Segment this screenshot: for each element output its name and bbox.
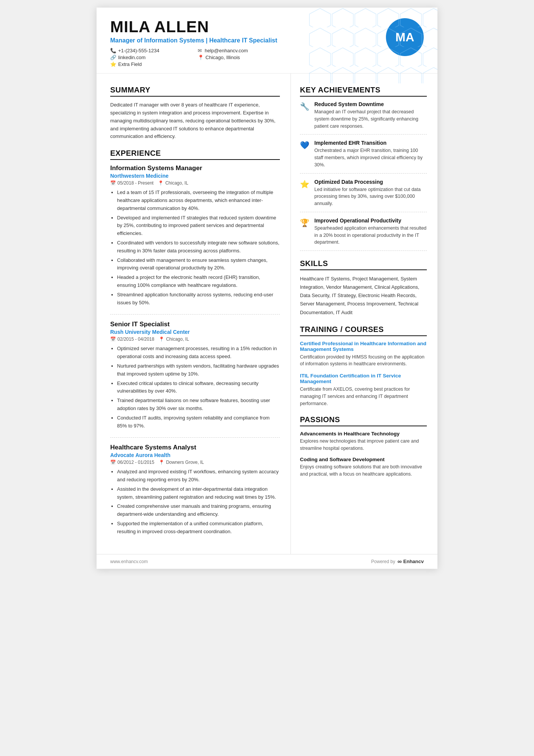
summary-text: Dedicated IT manager with over 8 years o…	[110, 101, 280, 141]
bullet-2-0: Analyzed and improved existing IT workfl…	[117, 468, 280, 484]
training-item-1: ITIL Foundation Certification in IT Serv…	[300, 373, 427, 407]
header: MILA ALLEN Manager of Information System…	[97, 8, 437, 74]
location-icon: 📍	[198, 55, 204, 60]
achievement-2: ⭐ Optimized Data Processing Led initiati…	[300, 179, 427, 212]
pin-icon-0: 📍	[158, 180, 164, 186]
calendar-icon-1: 📅	[110, 337, 116, 342]
achievement-icon-3: 🏆	[300, 218, 311, 227]
resume-wrapper: MILA ALLEN Manager of Information System…	[97, 8, 437, 569]
bullet-1-3: Trained departmental liaisons on new sof…	[117, 397, 280, 413]
footer: www.enhancv.com Powered by ∞ Enhancv	[97, 554, 437, 569]
footer-right: Powered by ∞ Enhancv	[371, 558, 424, 565]
achievement-desc-0: Managed an IT overhaul project that decr…	[314, 108, 427, 130]
job-location-0: 📍 Chicago, IL	[158, 180, 188, 186]
contact-phone: 📞 +1-(234)-555-1234	[110, 48, 190, 53]
training-title-1: ITIL Foundation Certification in IT Serv…	[300, 373, 427, 384]
skills-section-title: SKILLS	[300, 259, 427, 270]
candidate-name: MILA ALLEN	[110, 18, 277, 36]
enhancv-icon: ∞	[397, 558, 401, 565]
achievement-content-2: Optimized Data Processing Led initiative…	[314, 179, 427, 207]
bullet-0-2: Coordinated with vendors to successfully…	[117, 239, 280, 255]
achievement-content-3: Improved Operational Productivity Spearh…	[314, 218, 427, 246]
enhancv-logo: ∞ Enhancv	[397, 558, 424, 565]
job-title-2: Healthcare Systems Analyst	[110, 444, 280, 451]
achievement-icon-1: 💙	[300, 141, 311, 150]
bullet-1-4: Conducted IT audits, improving system re…	[117, 414, 280, 430]
bullet-0-5: Streamlined application functionality ac…	[117, 291, 280, 307]
achievement-desc-2: Led initiative for software optimization…	[314, 186, 427, 207]
calendar-icon-2: 📅	[110, 460, 116, 465]
passion-desc-1: Enjoys creating software solutions that …	[300, 463, 427, 478]
powered-by-label: Powered by	[371, 559, 395, 564]
bullet-0-0: Led a team of 15 IT professionals, overs…	[117, 189, 280, 212]
email-icon: ✉	[198, 48, 203, 53]
achievement-icon-0: 🔧	[300, 102, 311, 111]
training-desc-0: Certification provided by HIMSS focusing…	[300, 354, 427, 368]
job-date-0: 📅 05/2018 - Present	[110, 180, 153, 186]
job-meta-1: 📅 02/2015 - 04/2018 📍 Chicago, IL	[110, 337, 280, 342]
avatar: MA	[386, 18, 424, 56]
bullet-1-2: Executed critical updates to clinical so…	[117, 380, 280, 396]
header-left: MILA ALLEN Manager of Information System…	[110, 18, 277, 67]
job-meta-2: 📅 06/2012 - 01/2015 📍 Downers Grove, IL	[110, 460, 280, 465]
linkedin-text: linkedin.com	[118, 55, 145, 60]
skills-text: Healthcare IT Systems, Project Managemen…	[300, 275, 427, 316]
summary-section-title: SUMMARY	[110, 86, 280, 97]
bullet-2-2: Created comprehensive user manuals and t…	[117, 502, 280, 518]
resume-body: SUMMARY Dedicated IT manager with over 8…	[97, 74, 437, 554]
achievement-title-3: Improved Operational Productivity	[314, 218, 427, 224]
pin-icon-2: 📍	[159, 460, 164, 465]
training-item-0: Certified Professional in Healthcare Inf…	[300, 341, 427, 368]
pin-icon-1: 📍	[159, 337, 164, 342]
contact-linkedin: 🔗 linkedin.com	[110, 55, 190, 60]
experience-section-title: EXPERIENCE	[110, 149, 280, 160]
footer-website: www.enhancv.com	[110, 559, 148, 564]
passion-title-0: Advancements in Healthcare Technology	[300, 431, 427, 437]
achievement-content-0: Reduced System Downtime Managed an IT ov…	[314, 101, 427, 130]
job-location-1: 📍 Chicago, IL	[159, 337, 189, 342]
achievement-0: 🔧 Reduced System Downtime Managed an IT …	[300, 101, 427, 135]
job-bullets-2: Analyzed and improved existing IT workfl…	[117, 468, 280, 535]
linkedin-icon: 🔗	[110, 55, 116, 60]
passion-title-1: Coding and Software Development	[300, 457, 427, 462]
job-bullets-0: Led a team of 15 IT professionals, overs…	[117, 189, 280, 307]
job-block-1: Senior IT Specialist Rush University Med…	[110, 321, 280, 438]
bullet-1-0: Optimized server management processes, r…	[117, 345, 280, 361]
right-column: KEY ACHIEVEMENTS 🔧 Reduced System Downti…	[291, 74, 437, 554]
bullet-0-3: Collaborated with management to ensure s…	[117, 257, 280, 272]
job-title-1: Senior IT Specialist	[110, 321, 280, 328]
achievement-1: 💙 Implemented EHR Transition Orchestrate…	[300, 140, 427, 173]
contact-extra: ⭐ Extra Field	[110, 61, 190, 67]
job-block-2: Healthcare Systems Analyst Advocate Auro…	[110, 444, 280, 535]
training-desc-1: Certificate from AXELOS, covering best p…	[300, 386, 427, 407]
phone-text: +1-(234)-555-1234	[118, 48, 159, 53]
passions-section-title: PASSIONS	[300, 415, 427, 426]
passion-item-0: Advancements in Healthcare Technology Ex…	[300, 431, 427, 452]
job-location-2: 📍 Downers Grove, IL	[159, 460, 204, 465]
job-bullets-1: Optimized server management processes, r…	[117, 345, 280, 430]
bullet-0-1: Developed and implemented IT strategies …	[117, 214, 280, 238]
extra-icon: ⭐	[110, 61, 116, 67]
candidate-title: Manager of Information Systems | Healthc…	[110, 37, 277, 44]
bullet-1-1: Nurtured partnerships with system vendor…	[117, 362, 280, 378]
achievement-desc-1: Orchestrated a major EHR transition, tra…	[314, 147, 427, 168]
bullet-2-1: Assisted in the development of an inter-…	[117, 485, 280, 501]
achievements-section-title: KEY ACHIEVEMENTS	[300, 86, 427, 97]
achievement-title-1: Implemented EHR Transition	[314, 140, 427, 146]
left-column: SUMMARY Dedicated IT manager with over 8…	[97, 74, 291, 554]
job-title-0: Information Systems Manager	[110, 164, 280, 172]
location-text: Chicago, Illinois	[206, 55, 240, 60]
job-company-1: Rush University Medical Center	[110, 329, 280, 335]
bullet-0-4: Headed a project for the electronic heal…	[117, 274, 280, 290]
email-text: help@enhancv.com	[205, 48, 248, 53]
calendar-icon-0: 📅	[110, 180, 116, 186]
achievement-title-2: Optimized Data Processing	[314, 179, 427, 185]
passion-desc-0: Explores new technologies that improve p…	[300, 438, 427, 452]
contact-location: 📍 Chicago, Illinois	[198, 55, 278, 60]
training-title-0: Certified Professional in Healthcare Inf…	[300, 341, 427, 352]
extra-text: Extra Field	[118, 61, 142, 67]
phone-icon: 📞	[110, 48, 116, 53]
achievement-desc-3: Spearheaded application enhancements tha…	[314, 225, 427, 246]
passion-item-1: Coding and Software Development Enjoys c…	[300, 457, 427, 478]
achievement-title-0: Reduced System Downtime	[314, 101, 427, 107]
